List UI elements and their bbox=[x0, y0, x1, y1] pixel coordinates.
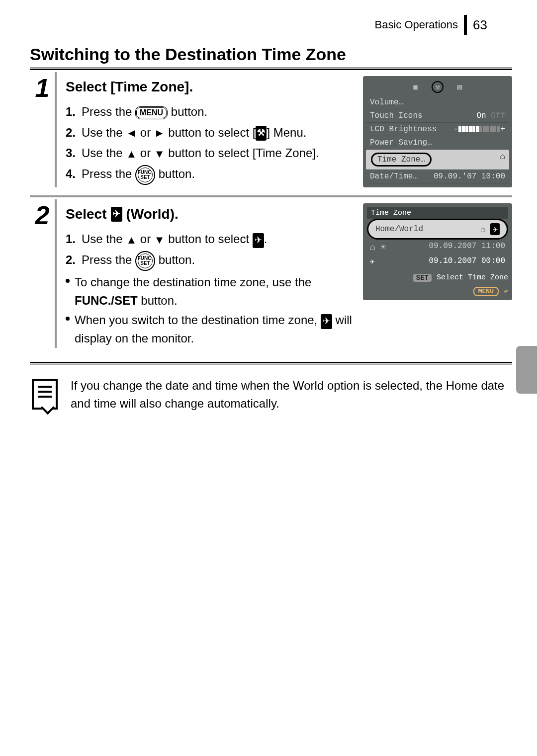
set-badge-icon: SET bbox=[413, 274, 432, 282]
lcd-tab-print-icon: ▤ bbox=[453, 81, 465, 93]
tools-tab-icon: ⚒ bbox=[256, 126, 267, 141]
arrow-down-icon: ▼ bbox=[154, 146, 165, 163]
section-title: Switching to the Destination Time Zone bbox=[30, 45, 512, 64]
brightness-bar-icon: - + bbox=[453, 125, 505, 134]
step-1: 1 Select [Time Zone]. 1. Press the MENU … bbox=[30, 70, 512, 197]
header-section-label: Basic Operations bbox=[375, 18, 458, 31]
step-2: 2 Select ✈ (World). 1. Use the ▲ or ▼ bu… bbox=[30, 197, 512, 356]
world-plane-icon: ✈ bbox=[490, 223, 500, 235]
arrow-up-icon: ▲ bbox=[126, 232, 137, 249]
step-2-heading: Select ✈ (World). bbox=[66, 203, 354, 225]
func-set-button-icon: FUNC.SET bbox=[135, 165, 155, 185]
lcd-brightness-row: LCD Brightness - + bbox=[366, 123, 509, 136]
header-divider bbox=[464, 15, 467, 35]
lcd-tab-camera-icon: ▣ bbox=[410, 81, 422, 93]
step-1-lcd-screenshot: ▣ ⚒ ▤ Volume… Touch Icons On Off LCD Bri… bbox=[363, 76, 512, 187]
page-header: Basic Operations 63 bbox=[30, 15, 487, 35]
lcd-datetime-row: Date/Time…09.09.'07 10:00 bbox=[366, 170, 509, 183]
step-2-bullet-2: When you switch to the destination time … bbox=[66, 311, 354, 347]
step-1-text: Select [Time Zone]. 1. Press the MENU bu… bbox=[66, 76, 354, 187]
back-arrow-icon: ↶ bbox=[504, 287, 508, 296]
step-2-number: 2 bbox=[30, 199, 57, 348]
func-set-button-icon: FUNC.SET bbox=[135, 251, 155, 271]
arrow-down-icon: ▼ bbox=[154, 232, 165, 249]
step-2-text: Select ✈ (World). 1. Use the ▲ or ▼ butt… bbox=[66, 203, 354, 348]
step-1-sub-1: 1. Press the MENU button. bbox=[66, 102, 354, 121]
lcd2-home-world-row: Home/World ⌂ ✈ bbox=[367, 219, 508, 240]
step-2-sub-1: 1. Use the ▲ or ▼ button to select ✈. bbox=[66, 230, 354, 249]
lcd-tab-tools-icon: ⚒ bbox=[432, 81, 444, 93]
menu-button-icon: MENU bbox=[135, 106, 168, 119]
arrow-up-icon: ▲ bbox=[126, 146, 137, 163]
world-plane-icon: ✈ bbox=[253, 233, 264, 248]
lcd-timezone-row: Time Zone… ⌂ bbox=[366, 150, 509, 170]
lcd2-footer: SET Select Time Zone bbox=[367, 273, 508, 282]
step-1-sub-4: 4. Press the FUNC.SET button. bbox=[66, 165, 354, 185]
lcd2-dest-row: ✈ 09.10.2007 00:00 bbox=[367, 254, 508, 268]
lcd-power-row: Power Saving… bbox=[366, 136, 509, 150]
lcd2-title: Time Zone bbox=[367, 207, 508, 219]
note-text: If you change the date and time when the… bbox=[71, 377, 510, 413]
home-icon: ⌂ bbox=[500, 152, 505, 168]
lcd-volume-row: Volume… bbox=[366, 96, 509, 109]
step-1-sub-3: 3. Use the ▲ or ▼ button to select [Time… bbox=[66, 144, 354, 163]
arrow-right-icon: ► bbox=[154, 125, 165, 142]
home-icon: ⌂ ☀ bbox=[370, 242, 386, 252]
menu-badge-icon: MENU bbox=[473, 287, 499, 296]
world-plane-icon: ✈ bbox=[321, 314, 332, 329]
lcd-touch-row: Touch Icons On Off bbox=[366, 109, 509, 123]
note-block: If you change the date and time when the… bbox=[30, 377, 512, 413]
world-plane-icon: ✈ bbox=[111, 207, 122, 222]
step-1-sub-2: 2. Use the ◄ or ► button to select [⚒] M… bbox=[66, 123, 354, 142]
arrow-left-icon: ◄ bbox=[126, 125, 137, 142]
end-rule bbox=[30, 362, 512, 365]
page-number: 63 bbox=[473, 17, 487, 33]
side-thumb-tab bbox=[516, 346, 537, 394]
step-2-sub-2: 2. Press the FUNC.SET button. bbox=[66, 251, 354, 271]
note-document-icon bbox=[32, 379, 58, 410]
plane-icon: ✈ bbox=[370, 256, 375, 266]
home-icon: ⌂ bbox=[480, 225, 486, 235]
step-1-number: 1 bbox=[30, 72, 57, 187]
step-1-heading: Select [Time Zone]. bbox=[66, 76, 354, 97]
step-2-bullet-1: To change the destination time zone, use… bbox=[66, 273, 354, 310]
step-2-lcd-screenshot: Time Zone Home/World ⌂ ✈ ⌂ ☀ 09.09.2007 … bbox=[363, 203, 512, 348]
lcd2-home-row: ⌂ ☀ 09.09.2007 11:00 bbox=[367, 240, 508, 254]
